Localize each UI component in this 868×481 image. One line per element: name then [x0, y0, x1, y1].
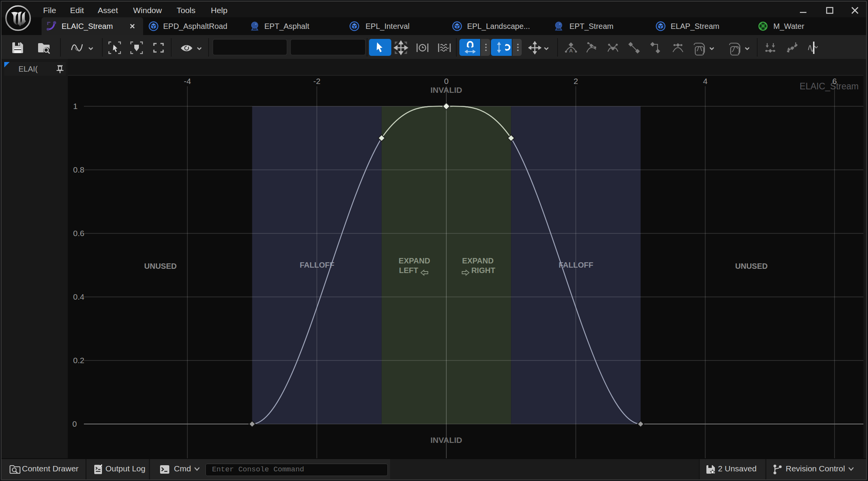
svg-text:0: 0	[444, 77, 449, 85]
svg-text:2: 2	[574, 77, 578, 85]
svg-text:4: 4	[703, 77, 708, 85]
svg-text:0: 0	[72, 419, 77, 428]
svg-text:FALLOFF: FALLOFF	[559, 261, 593, 269]
svg-text:ELAIC_Stream: ELAIC_Stream	[800, 81, 858, 91]
svg-text:INVALID: INVALID	[431, 436, 462, 444]
svg-text:0.4: 0.4	[73, 292, 85, 301]
svg-text:0.8: 0.8	[73, 165, 84, 174]
svg-text:INVALID: INVALID	[431, 85, 462, 94]
svg-text:UNUSED: UNUSED	[144, 262, 177, 270]
svg-text:UNUSED: UNUSED	[735, 262, 768, 270]
svg-text:1: 1	[73, 102, 78, 111]
svg-text:LEFT: LEFT	[399, 266, 418, 275]
svg-text:EXPAND: EXPAND	[399, 256, 430, 265]
svg-text:EXPAND: EXPAND	[462, 256, 494, 265]
svg-text:0.6: 0.6	[73, 229, 84, 238]
svg-text:0.2: 0.2	[73, 356, 84, 365]
svg-text:RIGHT: RIGHT	[471, 266, 495, 275]
svg-text:-4: -4	[184, 77, 191, 85]
svg-text:6: 6	[832, 77, 837, 85]
svg-text:FALLOFF: FALLOFF	[300, 261, 334, 269]
svg-text:-2: -2	[313, 77, 320, 85]
svg-text:A: A	[569, 48, 573, 54]
